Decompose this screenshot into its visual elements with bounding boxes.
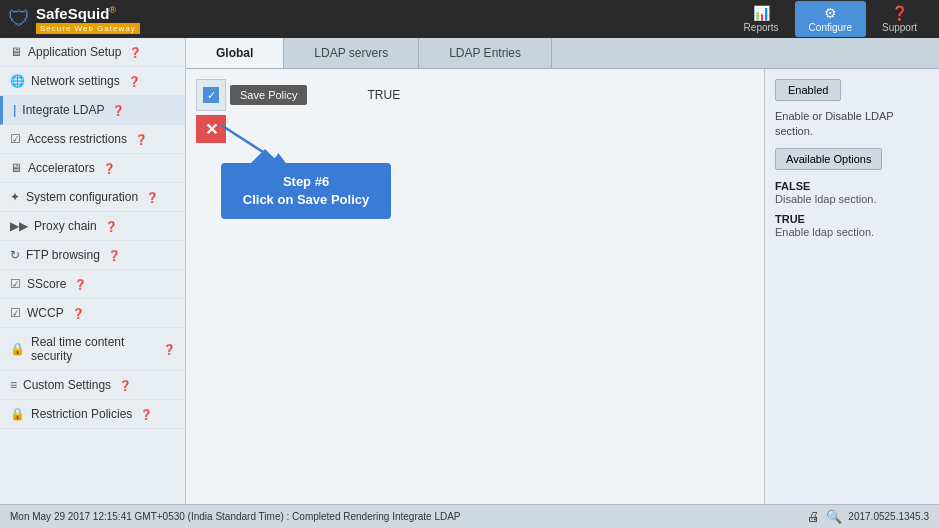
main-layout: 🖥 Application Setup ❓ 🌐 Network settings… [0,38,939,504]
sidebar-label-system-configuration: System configuration [26,190,138,204]
logo-name: SafeSquid® [36,5,140,22]
nav-buttons: 📊 Reports ⚙ Configure ❓ Support [730,1,931,37]
logo-area: 🛡 SafeSquid® Secure Web Gateway [8,5,730,34]
accelerators-help: ❓ [103,163,115,174]
sidebar-item-restriction-policies[interactable]: 🔒 Restriction Policies ❓ [0,400,185,429]
sscore-help: ❓ [74,279,86,290]
network-settings-icon: 🌐 [10,74,25,88]
content-area: Global LDAP servers LDAP Entries ✓ Save … [186,38,939,504]
logo-text-safesquid: SafeSquid [36,5,109,22]
sidebar-item-real-time-content[interactable]: 🔒 Real time content security ❓ [0,328,185,371]
header: 🛡 SafeSquid® Secure Web Gateway 📊 Report… [0,0,939,38]
accelerators-icon: 🖥 [10,161,22,175]
sscore-icon: ☑ [10,277,21,291]
tabs-bar: Global LDAP servers LDAP Entries [186,38,939,69]
sidebar-item-access-restrictions[interactable]: ☑ Access restrictions ❓ [0,125,185,154]
tab-global[interactable]: Global [186,38,284,68]
statusbar-icon-2[interactable]: 🔍 [826,509,842,524]
wccp-help: ❓ [72,308,84,319]
option-true-title: TRUE [775,213,929,225]
restriction-policies-icon: 🔒 [10,407,25,421]
sidebar-item-proxy-chain[interactable]: ▶▶ Proxy chain ❓ [0,212,185,241]
nav-support[interactable]: ❓ Support [868,1,931,37]
statusbar-right: 🖨 🔍 2017.0525.1345.3 [807,509,929,524]
statusbar: Mon May 29 2017 12:15:41 GMT+0530 (India… [0,504,939,528]
wccp-icon: ☑ [10,306,21,320]
sidebar-label-integrate-ldap: Integrate LDAP [22,103,104,117]
custom-settings-icon: ≡ [10,378,17,392]
policy-row-1: ✓ Save Policy TRUE [196,79,754,111]
sidebar-item-application-setup[interactable]: 🖥 Application Setup ❓ [0,38,185,67]
logo-block: SafeSquid® Secure Web Gateway [36,5,140,34]
system-configuration-help: ❓ [146,192,158,203]
sidebar-item-custom-settings[interactable]: ≡ Custom Settings ❓ [0,371,185,400]
nav-configure[interactable]: ⚙ Configure [795,1,866,37]
sidebar-item-network-settings[interactable]: 🌐 Network settings ❓ [0,67,185,96]
main-panel: ✓ Save Policy TRUE ✕ [186,69,764,504]
tab-content: ✓ Save Policy TRUE ✕ [186,69,939,504]
tooltip-container: Step #6 Click on Save Policy [201,163,754,219]
shield-icon: 🛡 [8,6,30,32]
policy-checkbox[interactable]: ✓ [203,87,219,103]
available-options-button[interactable]: Available Options [775,148,882,170]
save-policy-button[interactable]: Save Policy [230,85,307,105]
nav-support-label: Support [882,22,917,33]
sidebar-label-real-time-content: Real time content security [31,335,155,363]
policy-value: TRUE [367,88,400,102]
sidebar-label-wccp: WCCP [27,306,64,320]
real-time-content-icon: 🔒 [10,342,25,356]
reports-icon: 📊 [753,5,770,21]
sidebar-label-application-setup: Application Setup [28,45,121,59]
application-setup-icon: 🖥 [10,45,22,59]
option-false-desc: Disable ldap section. [775,193,929,205]
nav-reports-label: Reports [744,22,779,33]
sidebar-label-accelerators: Accelerators [28,161,95,175]
custom-settings-help: ❓ [119,380,131,391]
tooltip-box: Step #6 Click on Save Policy [221,163,391,219]
support-icon: ❓ [891,5,908,21]
sidebar: 🖥 Application Setup ❓ 🌐 Network settings… [0,38,186,504]
sidebar-item-integrate-ldap[interactable]: | Integrate LDAP ❓ [0,96,185,125]
sidebar-label-network-settings: Network settings [31,74,120,88]
sidebar-label-access-restrictions: Access restrictions [27,132,127,146]
tooltip-line2: Click on Save Policy [237,191,375,209]
option-false-title: FALSE [775,180,929,192]
tooltip-line1: Step #6 [237,173,375,191]
sidebar-item-system-configuration[interactable]: ✦ System configuration ❓ [0,183,185,212]
sidebar-item-ftp-browsing[interactable]: ↻ FTP browsing ❓ [0,241,185,270]
right-description: Enable or Disable LDAP section. [775,109,929,140]
ftp-browsing-help: ❓ [108,250,120,261]
access-restrictions-icon: ☑ [10,132,21,146]
sidebar-item-sscore[interactable]: ☑ SScore ❓ [0,270,185,299]
proxy-chain-help: ❓ [105,221,117,232]
right-panel: Enabled Enable or Disable LDAP section. … [764,69,939,504]
real-time-content-help: ❓ [163,344,175,355]
network-settings-help: ❓ [128,76,140,87]
restriction-policies-help: ❓ [140,409,152,420]
sidebar-item-wccp[interactable]: ☑ WCCP ❓ [0,299,185,328]
sidebar-label-custom-settings: Custom Settings [23,378,111,392]
tab-ldap-entries[interactable]: LDAP Entries [419,38,552,68]
nav-reports[interactable]: 📊 Reports [730,1,793,37]
statusbar-version: 2017.0525.1345.3 [848,511,929,522]
nav-configure-label: Configure [809,22,852,33]
sidebar-label-proxy-chain: Proxy chain [34,219,97,233]
sidebar-item-accelerators[interactable]: 🖥 Accelerators ❓ [0,154,185,183]
policy-checkbox-container: ✓ [196,79,226,111]
logo-sup: ® [109,5,116,15]
proxy-chain-icon: ▶▶ [10,219,28,233]
configure-icon: ⚙ [824,5,837,21]
integrate-ldap-icon: | [13,103,16,117]
sidebar-label-sscore: SScore [27,277,66,291]
sidebar-label-restriction-policies: Restriction Policies [31,407,132,421]
integrate-ldap-help: ❓ [112,105,124,116]
application-setup-help: ❓ [129,47,141,58]
ftp-browsing-icon: ↻ [10,248,20,262]
enabled-button[interactable]: Enabled [775,79,841,101]
logo-subtitle: Secure Web Gateway [36,23,140,34]
tab-ldap-servers[interactable]: LDAP servers [284,38,419,68]
access-restrictions-help: ❓ [135,134,147,145]
system-configuration-icon: ✦ [10,190,20,204]
sidebar-label-ftp-browsing: FTP browsing [26,248,100,262]
statusbar-icon-1[interactable]: 🖨 [807,509,820,524]
